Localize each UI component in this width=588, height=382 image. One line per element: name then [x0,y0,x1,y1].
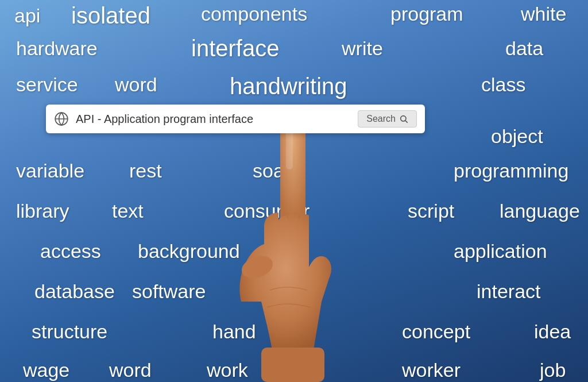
word-structure-29: structure [32,321,107,343]
word-interface-6: interface [191,36,279,61]
search-icon [399,114,408,124]
hand-image [218,106,368,382]
word-library-18: library [16,200,69,222]
word-word-34: word [109,359,152,381]
word-database-26: database [34,280,115,303]
word-job-37: job [540,359,566,381]
word-object-13: object [491,125,543,148]
word-components-2: components [201,3,307,25]
word-rest-15: rest [129,160,162,182]
globe-icon [54,111,69,126]
word-handwriting-11: handwriting [230,74,347,99]
svg-point-1 [401,116,406,121]
search-button[interactable]: Search [358,110,417,128]
search-bar[interactable]: API - Application program interface Sear… [46,105,425,133]
word-programming-17: programming [454,160,568,182]
word-word-10: word [115,74,157,96]
word-wage-33: wage [23,359,69,381]
word-white-4: white [521,3,566,25]
word-isolated-1: isolated [71,3,150,29]
word-idea-32: idea [534,321,571,343]
svg-rect-8 [261,348,324,382]
word-service-9: service [16,74,78,96]
word-hardware-5: hardware [16,37,98,60]
word-worker-36: worker [402,359,461,381]
search-button-label: Search [366,114,396,124]
word-language-22: language [500,200,580,222]
word-class-12: class [481,74,525,96]
word-write-7: write [342,37,383,60]
word-application-25: application [454,240,547,263]
word-access-23: access [40,240,101,263]
word-api-0: api [14,5,40,27]
word-text-19: text [112,200,144,222]
word-variable-14: variable [16,160,84,182]
word-concept-31: concept [402,321,470,343]
word-data-8: data [505,37,543,60]
word-interact-28: interact [477,280,541,303]
svg-line-2 [405,121,408,123]
search-input-value: API - Application program interface [76,113,358,126]
word-script-21: script [408,200,454,222]
word-software-27: software [132,280,206,303]
word-program-3: program [390,3,463,25]
